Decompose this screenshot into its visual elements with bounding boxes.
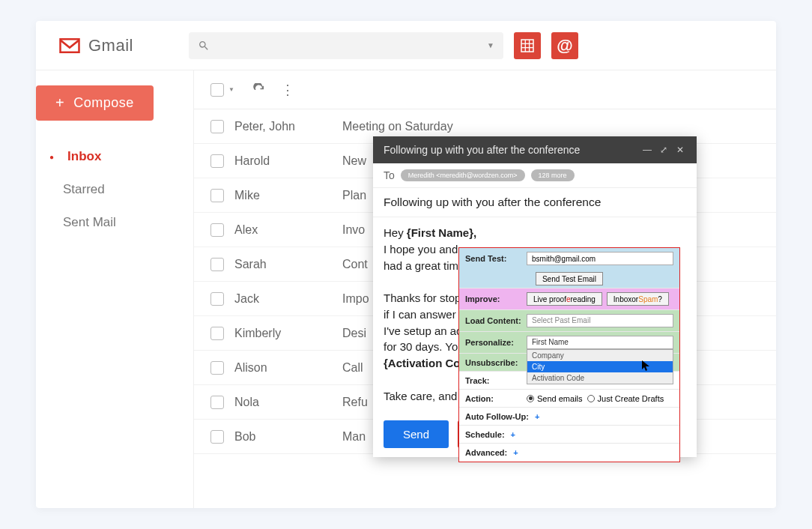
at-icon: @ xyxy=(557,36,572,55)
load-content-select[interactable]: Select Past Email xyxy=(527,314,673,327)
nav-sent[interactable]: Sent Mail xyxy=(36,206,193,239)
gmass-panel: Send Test: Send Test Email Improve: Live… xyxy=(458,247,680,462)
load-content-row: Load Content: Select Past Email xyxy=(459,310,679,332)
to-label: To xyxy=(384,169,395,181)
action-label: Action: xyxy=(465,394,522,403)
schedule-row[interactable]: Schedule:+ xyxy=(459,426,679,444)
sidebar: + Compose Inbox Starred Sent Mail xyxy=(36,70,193,508)
svg-rect-0 xyxy=(521,40,533,52)
option-company[interactable]: Company xyxy=(527,350,673,361)
compose-title: Following up with you after the conferen… xyxy=(384,144,580,156)
personalize-dropdown[interactable]: First Name Company City Activation Code xyxy=(527,336,673,349)
to-row[interactable]: To Meredith <meredith@wordzen.com> 128 m… xyxy=(373,163,697,188)
cursor-icon xyxy=(641,360,652,372)
logo: Gmail xyxy=(58,36,178,55)
expand-icon[interactable]: + xyxy=(511,430,515,439)
action-row: Action: Send emails Just Create Drafts xyxy=(459,390,679,408)
app-name: Gmail xyxy=(88,36,133,55)
select-all-checkbox[interactable] xyxy=(210,83,224,97)
send-test-button[interactable]: Send Test Email xyxy=(536,272,603,285)
mail-sender: Bob xyxy=(234,430,332,444)
header: Gmail ▼ @ xyxy=(36,21,776,70)
search-dropdown-icon[interactable]: ▼ xyxy=(487,41,494,49)
mail-sender: Nola xyxy=(234,396,332,409)
sheets-connector-button[interactable] xyxy=(514,32,541,59)
mail-sender: Alex xyxy=(234,223,332,237)
compose-header[interactable]: Following up with you after the conferen… xyxy=(373,136,697,163)
subject-field[interactable]: Following up with you after the conferen… xyxy=(373,188,697,217)
load-content-label: Load Content: xyxy=(465,316,522,325)
improve-label: Improve: xyxy=(465,294,522,303)
personalize-label: Personalize: xyxy=(465,338,522,347)
option-city[interactable]: City xyxy=(527,361,673,372)
list-toolbar: ▼ ⋮ xyxy=(194,70,776,109)
mail-sender: Sarah xyxy=(234,258,332,271)
action-drafts-radio[interactable]: Just Create Drafts xyxy=(587,394,664,403)
mail-sender: Harold xyxy=(234,154,332,168)
expand-icon[interactable]: + xyxy=(535,412,539,421)
send-test-label: Send Test: xyxy=(465,254,522,263)
compose-label: Compose xyxy=(73,95,134,111)
mail-sender: Alison xyxy=(234,361,332,375)
send-test-input[interactable] xyxy=(527,252,673,265)
minimize-icon[interactable]: — xyxy=(641,145,653,155)
nav-inbox[interactable]: Inbox xyxy=(36,140,193,173)
mail-checkbox[interactable] xyxy=(210,189,224,202)
search-box[interactable]: ▼ xyxy=(189,32,503,59)
gmail-icon xyxy=(58,37,81,55)
send-button[interactable]: Send xyxy=(384,420,449,448)
search-input[interactable] xyxy=(216,40,487,52)
mail-checkbox[interactable] xyxy=(210,361,224,375)
expand-icon[interactable]: + xyxy=(513,448,518,457)
mail-sender: Kimberly xyxy=(234,327,332,340)
auto-followup-row[interactable]: Auto Follow-Up:+ xyxy=(459,408,679,426)
plus-icon: + xyxy=(55,94,64,112)
mail-checkbox[interactable] xyxy=(210,292,224,306)
select-dropdown-icon[interactable]: ▼ xyxy=(228,86,234,93)
mail-checkbox[interactable] xyxy=(210,396,224,409)
mail-sender: Mike xyxy=(234,189,332,202)
track-label: Track: xyxy=(465,376,522,385)
more-icon[interactable]: ⋮ xyxy=(281,82,294,98)
expand-icon[interactable]: ⤢ xyxy=(658,145,670,155)
advanced-row[interactable]: Advanced:+ xyxy=(459,444,679,462)
refresh-icon[interactable] xyxy=(252,83,266,97)
recipient-more-chip[interactable]: 128 more xyxy=(531,169,575,181)
mail-checkbox[interactable] xyxy=(210,430,224,444)
improve-row: Improve: Live proofereading Inbox or Spa… xyxy=(459,288,679,310)
mail-checkbox[interactable] xyxy=(210,120,224,133)
personalize-row: Personalize: First Name Company City Act… xyxy=(459,332,679,354)
compose-button[interactable]: + Compose xyxy=(36,85,154,121)
mail-sender: Jack xyxy=(234,292,332,306)
send-test-row: Send Test: Send Test Email xyxy=(459,248,679,288)
option-activation[interactable]: Activation Code xyxy=(527,372,673,384)
close-icon[interactable]: ✕ xyxy=(674,145,686,155)
recipient-chip[interactable]: Meredith <meredith@wordzen.com> xyxy=(401,169,525,181)
schedule-label: Schedule: xyxy=(465,430,505,439)
grid-icon xyxy=(521,39,534,52)
mail-checkbox[interactable] xyxy=(210,327,224,340)
auto-followup-label: Auto Follow-Up: xyxy=(465,412,529,421)
nav-starred[interactable]: Starred xyxy=(36,173,193,206)
action-send-radio[interactable]: Send emails xyxy=(527,394,583,403)
at-button[interactable]: @ xyxy=(551,32,578,59)
proofreading-button[interactable]: Live proofereading xyxy=(527,292,602,306)
mail-sender: Peter, John xyxy=(234,120,332,133)
inbox-spam-button[interactable]: Inbox or Spam? xyxy=(607,292,669,306)
search-icon xyxy=(198,40,210,52)
advanced-label: Advanced: xyxy=(465,448,507,457)
personalize-options: Company City Activation Code xyxy=(527,349,673,384)
mail-checkbox[interactable] xyxy=(210,258,224,271)
unsubscribe-label: Unsubscribe: xyxy=(465,358,522,367)
mail-subject: Meeting on Saturday xyxy=(342,120,760,133)
mail-checkbox[interactable] xyxy=(210,223,224,237)
mail-checkbox[interactable] xyxy=(210,154,224,168)
